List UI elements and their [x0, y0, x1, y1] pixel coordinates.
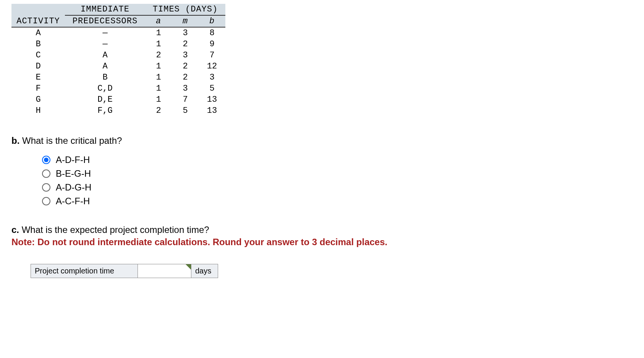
question-b-label: b.	[11, 135, 19, 146]
radio-icon[interactable]	[42, 156, 50, 164]
table-row: FC,D135	[11, 83, 225, 94]
table-row: EB123	[11, 72, 225, 83]
activity-header: ACTIVITY	[11, 15, 65, 27]
immediate-header-top: IMMEDIATE	[65, 4, 145, 15]
table-row: HF,G2513	[11, 105, 225, 116]
col-b-header: b	[199, 15, 225, 27]
col-a-header: a	[145, 15, 172, 27]
predecessors-header: PREDECESSORS	[65, 15, 145, 27]
option-label: A-D-F-H	[56, 155, 90, 165]
answer-table: Project completion time days	[31, 264, 218, 278]
option-begh[interactable]: B-E-G-H	[42, 168, 633, 179]
table-row: CA237	[11, 50, 225, 61]
col-m-header: m	[172, 15, 199, 27]
option-adfh[interactable]: A-D-F-H	[42, 155, 633, 165]
times-header: TIMES (DAYS)	[145, 4, 225, 15]
blank-header	[11, 4, 65, 15]
table-row: B—129	[11, 39, 225, 50]
option-acfh[interactable]: A-C-F-H	[42, 196, 633, 207]
question-c-label: c.	[11, 225, 19, 235]
question-c-note: Note: Do not round intermediate calculat…	[11, 236, 633, 248]
radio-icon[interactable]	[42, 169, 50, 178]
table-row: GD,E1713	[11, 94, 225, 105]
question-c-text: What is the expected project completion …	[22, 225, 209, 235]
table-body: A—138 B—129 CA237 DA1212 EB123 FC,D135 G…	[11, 27, 225, 116]
answer-input-cell[interactable]	[138, 264, 191, 278]
table-row: A—138	[11, 27, 225, 39]
radio-icon[interactable]	[42, 183, 50, 192]
activity-data-table: IMMEDIATE TIMES (DAYS) ACTIVITY PREDECES…	[11, 4, 225, 116]
option-adgh[interactable]: A-D-G-H	[42, 182, 633, 193]
question-b-options: A-D-F-H B-E-G-H A-D-G-H A-C-F-H	[42, 155, 633, 207]
radio-icon[interactable]	[42, 197, 50, 205]
answer-label: Project completion time	[31, 264, 138, 278]
question-b-text: What is the critical path?	[22, 135, 122, 146]
option-label: A-D-G-H	[56, 182, 91, 193]
question-b: b. What is the critical path? A-D-F-H B-…	[11, 135, 633, 207]
table-row: DA1212	[11, 61, 225, 72]
question-c: c. What is the expected project completi…	[11, 224, 633, 249]
answer-unit: days	[191, 264, 218, 278]
option-label: B-E-G-H	[56, 168, 91, 179]
option-label: A-C-F-H	[56, 196, 90, 207]
project-completion-input[interactable]	[138, 265, 191, 277]
